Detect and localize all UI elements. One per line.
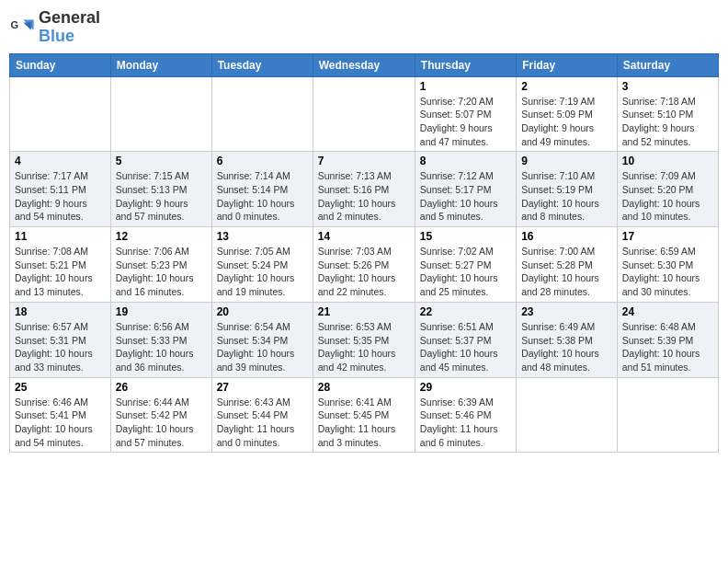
calendar-cell: 15Sunrise: 7:02 AM Sunset: 5:27 PM Dayli… [415, 227, 516, 303]
day-number: 15 [420, 230, 511, 243]
calendar-cell: 7Sunrise: 7:13 AM Sunset: 5:16 PM Daylig… [313, 152, 415, 227]
day-info: Sunrise: 6:39 AM Sunset: 5:46 PM Dayligh… [420, 396, 511, 450]
day-number: 29 [420, 381, 511, 394]
day-number: 12 [116, 230, 207, 243]
weekday-header-saturday: Saturday [617, 53, 718, 76]
day-info: Sunrise: 7:03 AM Sunset: 5:26 PM Dayligh… [318, 245, 410, 299]
weekday-header-friday: Friday [517, 53, 618, 76]
calendar-week-5: 25Sunrise: 6:46 AM Sunset: 5:41 PM Dayli… [10, 377, 719, 453]
calendar-cell: 17Sunrise: 6:59 AM Sunset: 5:30 PM Dayli… [617, 227, 718, 303]
logo-text: GeneralBlue [39, 9, 100, 46]
calendar-cell: 22Sunrise: 6:51 AM Sunset: 5:37 PM Dayli… [415, 302, 516, 377]
calendar-cell: 9Sunrise: 7:10 AM Sunset: 5:19 PM Daylig… [517, 152, 618, 227]
calendar-table: SundayMondayTuesdayWednesdayThursdayFrid… [9, 53, 719, 454]
day-number: 26 [116, 381, 207, 394]
day-info: Sunrise: 7:12 AM Sunset: 5:17 PM Dayligh… [420, 169, 511, 224]
day-number: 14 [318, 230, 410, 243]
day-number: 17 [622, 230, 713, 243]
day-number: 2 [521, 80, 612, 93]
calendar-cell: 11Sunrise: 7:08 AM Sunset: 5:21 PM Dayli… [10, 227, 111, 303]
day-info: Sunrise: 6:53 AM Sunset: 5:35 PM Dayligh… [318, 320, 410, 374]
svg-marker-2 [23, 22, 30, 29]
day-info: Sunrise: 7:09 AM Sunset: 5:20 PM Dayligh… [622, 169, 713, 224]
day-info: Sunrise: 7:19 AM Sunset: 5:09 PM Dayligh… [521, 95, 612, 149]
day-number: 27 [217, 381, 308, 394]
day-number: 6 [217, 155, 308, 167]
calendar-cell [10, 76, 111, 152]
day-info: Sunrise: 6:46 AM Sunset: 5:41 PM Dayligh… [15, 396, 106, 450]
weekday-header-tuesday: Tuesday [211, 53, 313, 76]
day-number: 16 [521, 230, 612, 243]
calendar-cell [517, 377, 618, 453]
svg-text:G: G [10, 19, 18, 30]
calendar-week-1: 1Sunrise: 7:20 AM Sunset: 5:07 PM Daylig… [10, 76, 719, 152]
day-info: Sunrise: 6:57 AM Sunset: 5:31 PM Dayligh… [15, 320, 106, 374]
day-info: Sunrise: 6:41 AM Sunset: 5:45 PM Dayligh… [318, 396, 410, 450]
day-number: 4 [15, 155, 106, 167]
calendar-week-4: 18Sunrise: 6:57 AM Sunset: 5:31 PM Dayli… [10, 302, 719, 377]
calendar-cell: 26Sunrise: 6:44 AM Sunset: 5:42 PM Dayli… [110, 377, 211, 453]
calendar-cell: 14Sunrise: 7:03 AM Sunset: 5:26 PM Dayli… [313, 227, 415, 303]
day-info: Sunrise: 7:15 AM Sunset: 5:13 PM Dayligh… [116, 169, 207, 224]
logo: G GeneralBlue [9, 9, 100, 46]
day-number: 11 [15, 230, 106, 243]
weekday-header-monday: Monday [110, 53, 211, 76]
calendar-cell: 24Sunrise: 6:48 AM Sunset: 5:39 PM Dayli… [617, 302, 718, 377]
calendar-cell [110, 76, 211, 152]
calendar-cell: 3Sunrise: 7:18 AM Sunset: 5:10 PM Daylig… [617, 76, 718, 152]
calendar-header-row: SundayMondayTuesdayWednesdayThursdayFrid… [10, 53, 719, 76]
calendar-cell: 10Sunrise: 7:09 AM Sunset: 5:20 PM Dayli… [617, 152, 718, 227]
day-info: Sunrise: 6:59 AM Sunset: 5:30 PM Dayligh… [622, 245, 713, 299]
day-info: Sunrise: 7:08 AM Sunset: 5:21 PM Dayligh… [15, 245, 106, 299]
calendar-cell: 20Sunrise: 6:54 AM Sunset: 5:34 PM Dayli… [211, 302, 313, 377]
day-info: Sunrise: 7:06 AM Sunset: 5:23 PM Dayligh… [116, 245, 207, 299]
calendar-cell: 12Sunrise: 7:06 AM Sunset: 5:23 PM Dayli… [110, 227, 211, 303]
day-number: 25 [15, 381, 106, 394]
day-info: Sunrise: 7:20 AM Sunset: 5:07 PM Dayligh… [420, 95, 511, 149]
day-number: 28 [318, 381, 410, 394]
calendar-cell: 1Sunrise: 7:20 AM Sunset: 5:07 PM Daylig… [415, 76, 516, 152]
weekday-header-wednesday: Wednesday [313, 53, 415, 76]
day-info: Sunrise: 6:54 AM Sunset: 5:34 PM Dayligh… [217, 320, 308, 374]
day-info: Sunrise: 6:44 AM Sunset: 5:42 PM Dayligh… [116, 396, 207, 450]
day-number: 9 [521, 155, 612, 167]
day-info: Sunrise: 6:48 AM Sunset: 5:39 PM Dayligh… [622, 320, 713, 374]
day-info: Sunrise: 6:43 AM Sunset: 5:44 PM Dayligh… [217, 396, 308, 450]
calendar-cell [313, 76, 415, 152]
calendar-cell: 21Sunrise: 6:53 AM Sunset: 5:35 PM Dayli… [313, 302, 415, 377]
calendar-cell: 8Sunrise: 7:12 AM Sunset: 5:17 PM Daylig… [415, 152, 516, 227]
calendar-cell [617, 377, 718, 453]
calendar-cell: 25Sunrise: 6:46 AM Sunset: 5:41 PM Dayli… [10, 377, 111, 453]
page-header: G GeneralBlue [9, 9, 719, 46]
calendar-cell: 2Sunrise: 7:19 AM Sunset: 5:09 PM Daylig… [517, 76, 618, 152]
day-number: 24 [622, 305, 713, 318]
day-number: 19 [116, 305, 207, 318]
calendar-cell: 13Sunrise: 7:05 AM Sunset: 5:24 PM Dayli… [211, 227, 313, 303]
calendar-cell: 29Sunrise: 6:39 AM Sunset: 5:46 PM Dayli… [415, 377, 516, 453]
calendar-cell: 23Sunrise: 6:49 AM Sunset: 5:38 PM Dayli… [517, 302, 618, 377]
day-number: 3 [622, 80, 713, 93]
day-info: Sunrise: 7:10 AM Sunset: 5:19 PM Dayligh… [521, 169, 612, 224]
logo-icon: G [9, 15, 35, 40]
weekday-header-thursday: Thursday [415, 53, 516, 76]
calendar-cell: 28Sunrise: 6:41 AM Sunset: 5:45 PM Dayli… [313, 377, 415, 453]
day-info: Sunrise: 7:13 AM Sunset: 5:16 PM Dayligh… [318, 169, 410, 224]
calendar-cell: 4Sunrise: 7:17 AM Sunset: 5:11 PM Daylig… [10, 152, 111, 227]
day-info: Sunrise: 7:05 AM Sunset: 5:24 PM Dayligh… [217, 245, 308, 299]
calendar-cell [211, 76, 313, 152]
calendar-cell: 18Sunrise: 6:57 AM Sunset: 5:31 PM Dayli… [10, 302, 111, 377]
day-info: Sunrise: 7:02 AM Sunset: 5:27 PM Dayligh… [420, 245, 511, 299]
calendar-week-3: 11Sunrise: 7:08 AM Sunset: 5:21 PM Dayli… [10, 227, 719, 303]
day-number: 7 [318, 155, 410, 167]
day-info: Sunrise: 6:56 AM Sunset: 5:33 PM Dayligh… [116, 320, 207, 374]
calendar-cell: 27Sunrise: 6:43 AM Sunset: 5:44 PM Dayli… [211, 377, 313, 453]
day-number: 18 [15, 305, 106, 318]
day-number: 22 [420, 305, 511, 318]
day-info: Sunrise: 7:00 AM Sunset: 5:28 PM Dayligh… [521, 245, 612, 299]
calendar-week-2: 4Sunrise: 7:17 AM Sunset: 5:11 PM Daylig… [10, 152, 719, 227]
day-info: Sunrise: 6:49 AM Sunset: 5:38 PM Dayligh… [521, 320, 612, 374]
day-info: Sunrise: 7:18 AM Sunset: 5:10 PM Dayligh… [622, 95, 713, 149]
calendar-cell: 6Sunrise: 7:14 AM Sunset: 5:14 PM Daylig… [211, 152, 313, 227]
day-number: 10 [622, 155, 713, 167]
day-number: 23 [521, 305, 612, 318]
